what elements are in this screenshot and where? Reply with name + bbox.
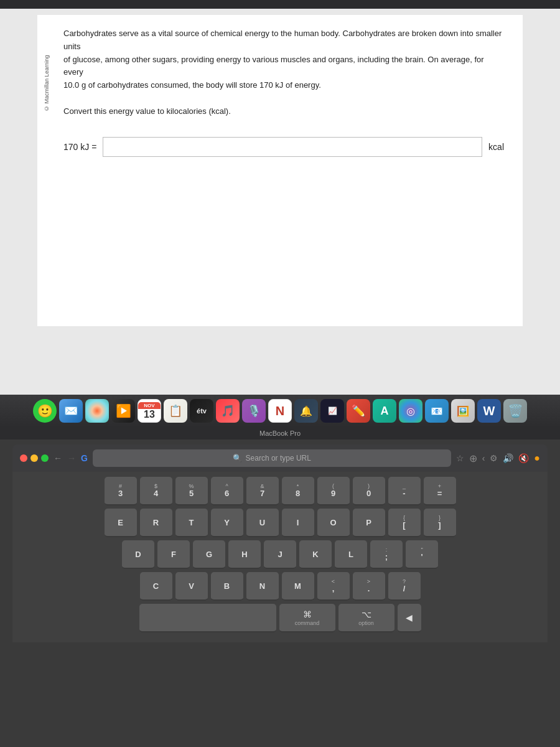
volume-icon[interactable]: 🔊	[503, 453, 513, 463]
key-m[interactable]: M	[282, 572, 314, 601]
key-command[interactable]: ⌘ command	[279, 604, 335, 632]
key-5[interactable]: % 5	[175, 477, 208, 505]
answer-row: 170 kJ = kcal	[56, 137, 504, 157]
key-d[interactable]: D	[122, 540, 154, 569]
key-o[interactable]: O	[317, 509, 350, 537]
dock-trash[interactable]: 🗑️	[503, 399, 527, 423]
dock-pencil[interactable]: ✏️	[347, 399, 370, 423]
key-slash[interactable]: ? /	[388, 572, 421, 601]
key-t[interactable]: T	[175, 509, 208, 537]
bookmark-icon[interactable]: ☆	[456, 453, 464, 463]
answer-input[interactable]	[103, 137, 482, 157]
key-0[interactable]: ) 0	[353, 477, 385, 505]
key-c[interactable]: C	[140, 572, 172, 601]
browser-bar: ← → G 🔍 Search or type URL ☆ ⊕ ‹ ⚙ 🔊 🔇 ●	[12, 444, 548, 472]
key-r[interactable]: R	[140, 509, 172, 537]
dock-music[interactable]: 🎵	[216, 399, 240, 423]
key-quote[interactable]: " '	[406, 540, 438, 569]
key-rbracket[interactable]: } ]	[424, 509, 456, 537]
key-k[interactable]: K	[299, 540, 332, 569]
browser-search-bar[interactable]: 🔍 Search or type URL	[93, 449, 451, 467]
answer-label: 170 kJ =	[63, 142, 96, 152]
dock-safari[interactable]: 🖼️	[451, 399, 475, 423]
dock-bar: 🙂 ✉️ ▶️ NOV 13 📋 étv 🎵 🎙️ N 🔔 📈 ✏️	[0, 395, 560, 427]
chevron-left-icon[interactable]: ‹	[482, 453, 485, 463]
word-label: W	[483, 404, 495, 418]
google-icon: G	[81, 453, 88, 463]
key-lbracket[interactable]: { [	[388, 509, 421, 537]
key-e[interactable]: E	[105, 509, 137, 537]
dock-mail-icon[interactable]: ✉️	[59, 399, 83, 423]
key-option[interactable]: ⌥ option	[338, 604, 394, 632]
key-v[interactable]: V	[175, 572, 208, 601]
dock-stocks[interactable]: 📈	[320, 399, 344, 423]
key-7[interactable]: & 7	[246, 477, 279, 505]
key-row-d: D F G H J K L	[122, 540, 438, 569]
key-arrow-left[interactable]: ◀	[398, 604, 421, 632]
key-comma[interactable]: < ,	[317, 572, 350, 601]
key-i[interactable]: I	[282, 509, 314, 537]
key-space[interactable]	[139, 604, 276, 632]
dock-news[interactable]: N	[268, 399, 292, 423]
answer-unit: kcal	[488, 142, 504, 152]
back-icon[interactable]: ←	[54, 453, 62, 463]
key-9[interactable]: ( 9	[317, 477, 350, 505]
dock-reminders[interactable]: 📋	[164, 399, 187, 423]
macbook-label: MacBook Pro	[0, 427, 560, 439]
key-row-bottom: ⌘ command ⌥ option ◀	[139, 604, 421, 632]
dock-mail-app[interactable]: 📧	[425, 399, 449, 423]
key-h[interactable]: H	[228, 540, 261, 569]
key-l[interactable]: L	[335, 540, 367, 569]
dock-siri[interactable]: ◎	[399, 399, 422, 423]
option-label: option	[358, 620, 374, 626]
screen-bezel-top	[0, 0, 560, 9]
option-icon: ⌥	[362, 609, 371, 619]
key-8[interactable]: * 8	[282, 477, 314, 505]
dock-quicktime[interactable]: ▶️	[111, 399, 135, 423]
key-4[interactable]: $ 4	[140, 477, 172, 505]
calendar-month: NOV	[138, 402, 161, 409]
dock-word[interactable]: W	[477, 399, 501, 423]
key-n[interactable]: N	[246, 572, 279, 601]
key-j[interactable]: J	[264, 540, 296, 569]
dock-appletv[interactable]: étv	[190, 399, 213, 423]
keyboard: # 3 $ 4 % 5 ^ 6 & 7	[25, 477, 535, 632]
laptop-body: ← → G 🔍 Search or type URL ☆ ⊕ ‹ ⚙ 🔊 🔇 ●…	[0, 439, 560, 747]
maximize-dot[interactable]	[41, 454, 49, 462]
dock-notif[interactable]: 🔔	[294, 399, 318, 423]
mute-icon[interactable]: 🔇	[518, 453, 529, 463]
gear-icon[interactable]: ⚙	[490, 453, 498, 463]
dock-podcast[interactable]: 🎙️	[242, 399, 266, 423]
key-b[interactable]: B	[211, 572, 243, 601]
key-3[interactable]: # 3	[105, 477, 137, 505]
key-row-e: E R T Y U I O	[105, 509, 456, 537]
dock-calendar[interactable]: NOV 13	[138, 399, 161, 423]
key-semicolon[interactable]: : ;	[370, 540, 403, 569]
key-row-numbers: # 3 $ 4 % 5 ^ 6 & 7	[105, 477, 456, 505]
key-y[interactable]: Y	[211, 509, 243, 537]
key-minus[interactable]: _ -	[388, 477, 421, 505]
browser-dots	[20, 454, 49, 462]
add-tab-icon[interactable]: ⊕	[469, 453, 477, 464]
status-icon: ●	[534, 453, 540, 464]
forward-icon: →	[67, 453, 76, 463]
minimize-dot[interactable]	[30, 454, 38, 462]
key-period[interactable]: > .	[353, 572, 385, 601]
dock-finder[interactable]: 🙂	[33, 399, 57, 423]
screen: Question 15 of 16 © Macmillan Learning C…	[0, 9, 560, 395]
dock-translate[interactable]: A	[373, 399, 396, 423]
keyboard-area: # 3 $ 4 % 5 ^ 6 & 7	[12, 472, 548, 642]
key-f[interactable]: F	[157, 540, 190, 569]
key-g[interactable]: G	[193, 540, 225, 569]
key-6[interactable]: ^ 6	[211, 477, 243, 505]
sidebar-label: © Macmillan Learning	[44, 34, 50, 133]
command-icon: ⌘	[303, 609, 312, 619]
key-u[interactable]: U	[246, 509, 279, 537]
close-dot[interactable]	[20, 454, 27, 462]
key-row-c: C V B N M < , >	[140, 572, 421, 601]
dock-photos[interactable]	[85, 399, 109, 423]
browser-search-text: Search or type URL	[246, 454, 311, 463]
content-area: © Macmillan Learning Carbohydrates serve…	[37, 15, 523, 326]
key-equals[interactable]: + =	[424, 477, 456, 505]
key-p[interactable]: P	[353, 509, 385, 537]
